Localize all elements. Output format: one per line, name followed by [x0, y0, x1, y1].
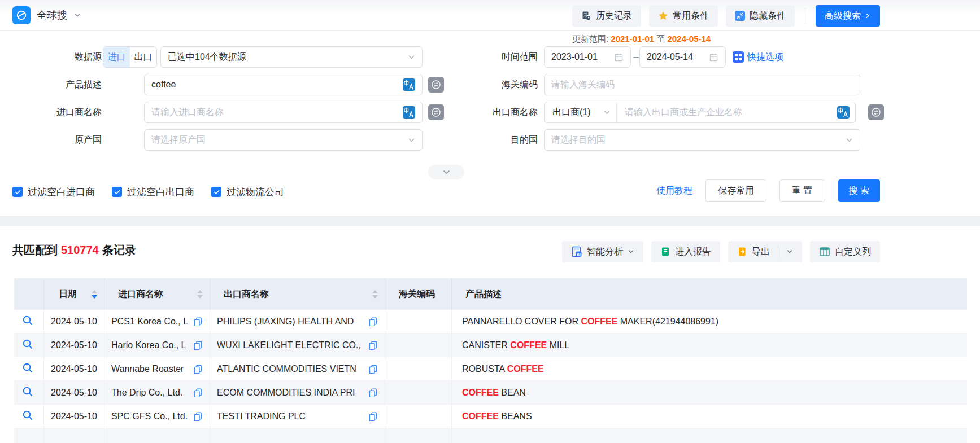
date-start-value[interactable] [551, 52, 609, 62]
hs-code-value[interactable] [551, 80, 853, 90]
calendar-icon[interactable] [614, 52, 624, 62]
row-date: 2024-05-10 [51, 411, 97, 421]
table-row: 2024-05-10 PCS1 Korea Co., L PHILIPS (JI… [14, 310, 967, 334]
exporter-value[interactable] [625, 107, 833, 117]
tutorial-link[interactable]: 使用教程 [656, 185, 692, 197]
custom-columns-button[interactable]: 自定义列 [810, 241, 880, 262]
calendar-icon[interactable] [709, 52, 718, 62]
view-detail-search-icon[interactable] [22, 315, 33, 326]
reset-button[interactable]: 重 置 [779, 179, 825, 202]
product-desc-label: 产品描述 [0, 74, 102, 95]
header-exporter[interactable]: 出口商名称 [210, 278, 385, 310]
export-button[interactable]: 导出 [728, 241, 802, 262]
view-detail-search-icon[interactable] [22, 386, 33, 397]
chevron-down-icon [408, 54, 415, 61]
destination-country-label: 目的国 [429, 129, 538, 151]
product-desc-value[interactable] [151, 80, 398, 90]
tab-export[interactable]: 出口 [130, 47, 156, 67]
row-importer-name: PCS1 Korea Co., L [111, 317, 188, 327]
date-start-input[interactable] [544, 46, 631, 68]
row-exporter-name: ATLANTIC COMMODITIES VIETN [217, 364, 356, 374]
copy-icon[interactable] [368, 364, 378, 374]
tab-import[interactable]: 进口 [103, 47, 130, 67]
view-detail-search-icon[interactable] [22, 362, 33, 374]
filter-logistics-checkbox[interactable]: 过滤物流公司 [211, 186, 284, 199]
export-icon [737, 247, 747, 257]
results-count: 共匹配到510774条记录 [12, 243, 136, 258]
chevron-down-icon[interactable] [786, 248, 793, 255]
row-product-desc: COFFEE BEAN [452, 381, 967, 405]
view-detail-search-icon[interactable] [22, 339, 33, 350]
header-hs-code: 海关编码 [385, 278, 452, 310]
row-importer-name: Hario Korea Co., L [111, 340, 186, 350]
exporter-type-select[interactable]: 出口商(1) [545, 102, 617, 122]
divider [778, 245, 778, 258]
match-mode-icon[interactable] [868, 104, 884, 120]
translate-icon[interactable] [403, 106, 415, 119]
copy-icon[interactable] [193, 317, 203, 326]
quick-options-link[interactable]: 快捷选项 [733, 46, 783, 68]
enter-report-button[interactable]: 进入报告 [651, 241, 720, 262]
data-source-select[interactable]: 已选中104个数据源 [160, 46, 423, 68]
quick-options-label: 快捷选项 [747, 51, 783, 63]
count-number: 510774 [58, 244, 102, 256]
topbar: 全球搜 历史记录 常用条件 隐藏条件 高级搜索 [0, 0, 980, 31]
copy-icon[interactable] [368, 388, 378, 397]
advanced-search-button[interactable]: 高级搜索 [816, 5, 880, 27]
filter-blank-importer-checkbox[interactable]: 过滤空白进口商 [12, 186, 95, 199]
search-button[interactable]: 搜 索 [838, 179, 880, 202]
copy-icon[interactable] [193, 388, 203, 397]
copy-icon[interactable] [193, 364, 203, 374]
hs-code-input[interactable] [544, 74, 860, 95]
topbar-actions: 历史记录 常用条件 隐藏条件 高级搜索 [572, 5, 880, 27]
time-range-label: 时间范围 [429, 46, 538, 68]
header-hs-code-label: 海关编码 [399, 289, 435, 299]
count-prefix: 共匹配到 [12, 244, 58, 256]
header-importer[interactable]: 进口商名称 [104, 278, 210, 310]
header-product-desc: 产品描述 [452, 278, 967, 310]
data-source-toggle: 进口 出口 [103, 46, 157, 68]
translate-icon[interactable] [403, 78, 415, 91]
row-exporter-name: ECOM COMMODITIES INDIA PRI [217, 388, 355, 398]
app-switcher[interactable]: 全球搜 [12, 6, 81, 24]
exporter-input-group: 出口商(1) [544, 102, 856, 123]
filter-label: 过滤物流公司 [227, 186, 284, 199]
checkbox-checked-icon [12, 187, 23, 197]
copy-icon[interactable] [193, 340, 203, 350]
translate-icon[interactable] [837, 106, 850, 119]
destination-country-select[interactable]: 请选择目的国 [544, 129, 860, 151]
row-exporter-name: PHILIPS (JIAXING) HEALTH AND [217, 317, 354, 327]
row-product-desc: ROBUSTA COFFEE [452, 357, 967, 381]
table-partial-row [14, 428, 967, 443]
row-importer-name: Wannabe Roaster [111, 364, 184, 374]
header-date[interactable]: 日期 [44, 278, 104, 310]
smart-analysis-button[interactable]: BI 智能分析 [562, 241, 643, 262]
globe-logo-icon [12, 6, 31, 24]
view-detail-search-icon[interactable] [22, 410, 33, 421]
row-product-desc: COFFEE BEANS [452, 405, 967, 428]
data-source-label: 数据源 [0, 46, 102, 68]
update-range-end: 2024-05-14 [667, 34, 711, 43]
sort-icon [197, 290, 203, 299]
hide-conditions-button[interactable]: 隐藏条件 [726, 5, 795, 27]
sort-icon [92, 290, 97, 299]
origin-country-placeholder: 请选择原产国 [151, 134, 403, 146]
importer-value[interactable] [151, 107, 398, 117]
copy-icon[interactable] [368, 317, 378, 326]
copy-icon[interactable] [368, 411, 378, 421]
collapse-form-button[interactable] [428, 165, 464, 179]
origin-country-select[interactable]: 请选择原产国 [144, 129, 423, 151]
importer-input[interactable] [144, 102, 423, 123]
date-end-value[interactable] [647, 52, 704, 62]
copy-icon[interactable] [368, 340, 378, 350]
filter-blank-exporter-checkbox[interactable]: 过滤空白出口商 [112, 186, 194, 199]
table-row: 2024-05-10 The Drip Co., Ltd. ECOM COMMO… [14, 381, 967, 405]
save-favorite-button[interactable]: 保存常用 [705, 179, 766, 202]
row-date: 2024-05-10 [51, 340, 97, 350]
date-end-input[interactable] [639, 46, 726, 68]
product-desc-input[interactable] [144, 74, 423, 95]
favorites-button[interactable]: 常用条件 [649, 5, 718, 27]
copy-icon[interactable] [193, 411, 203, 421]
history-button[interactable]: 历史记录 [572, 5, 641, 27]
row-date: 2024-05-10 [51, 317, 97, 326]
